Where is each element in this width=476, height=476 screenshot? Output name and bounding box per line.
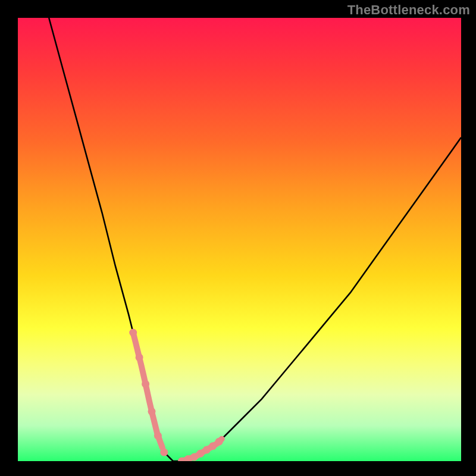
- bottleneck-curve: [49, 18, 461, 461]
- salmon-dot: [160, 449, 168, 456]
- curve-svg: [18, 18, 461, 461]
- salmon-dot: [154, 432, 162, 440]
- watermark-text: TheBottleneck.com: [347, 2, 470, 18]
- salmon-dot: [129, 329, 137, 337]
- salmon-stroke: [133, 333, 162, 447]
- salmon-dot: [209, 442, 217, 450]
- salmon-markers-left: [129, 329, 168, 456]
- plot-area: [18, 18, 461, 461]
- salmon-dot: [148, 408, 156, 415]
- salmon-markers-right: [178, 438, 223, 461]
- salmon-dot: [136, 353, 143, 361]
- salmon-dot: [215, 438, 223, 446]
- salmon-dot: [142, 380, 149, 388]
- chart-frame: TheBottleneck.com: [0, 0, 476, 476]
